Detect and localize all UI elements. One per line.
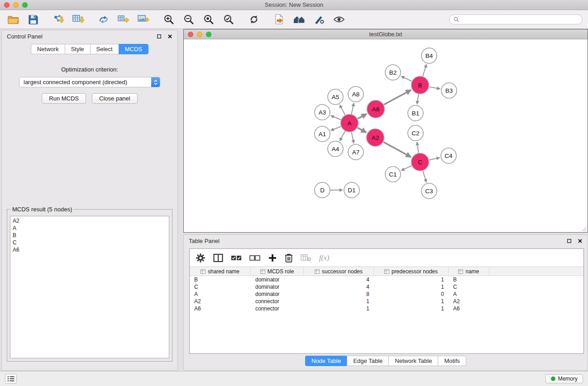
network-node[interactable]: A — [341, 114, 359, 132]
network-node[interactable]: A1 — [315, 126, 330, 142]
network-node[interactable]: B4 — [421, 48, 437, 63]
zoom-fit-button[interactable] — [201, 12, 216, 27]
import-network-button[interactable] — [51, 12, 66, 27]
network-edge[interactable] — [351, 103, 354, 114]
table-row[interactable]: Adominator80A — [190, 291, 583, 298]
mcds-result-item[interactable]: A2 — [13, 217, 167, 224]
network-minimize-button[interactable] — [197, 32, 202, 37]
network-edge[interactable] — [429, 87, 440, 89]
network-edge[interactable] — [340, 131, 345, 141]
table-row[interactable]: A6connector11A6 — [190, 305, 583, 312]
close-panel-icon[interactable] — [167, 33, 172, 39]
mcds-result-item[interactable]: B — [13, 232, 167, 239]
network-from-selection-button[interactable] — [96, 12, 111, 27]
zoom-selected-button[interactable] — [221, 12, 236, 27]
column-header-predecessor-nodes[interactable]: predecessor nodes — [374, 267, 449, 276]
network-edge[interactable] — [417, 142, 419, 153]
network-close-button[interactable] — [188, 32, 193, 37]
resize-corner-icon[interactable] — [582, 226, 587, 232]
minimize-window-button[interactable] — [13, 2, 19, 8]
network-edge[interactable] — [423, 171, 426, 182]
network-window-titlebar[interactable]: testGlobe.txt — [184, 29, 588, 39]
tab-mcds[interactable]: MCDS — [119, 44, 148, 54]
network-edge[interactable] — [358, 114, 367, 119]
memory-button[interactable]: Memory — [545, 374, 583, 383]
zoom-out-button[interactable] — [181, 12, 196, 27]
deselect-all-button[interactable] — [249, 254, 260, 262]
column-header-name[interactable]: name — [449, 267, 489, 276]
save-session-button[interactable] — [25, 12, 41, 27]
network-node[interactable]: A3 — [315, 105, 330, 120]
mcds-result-item[interactable]: A6 — [13, 246, 167, 253]
column-header-shared-name[interactable]: shared name — [190, 267, 251, 276]
network-edge[interactable] — [384, 90, 411, 105]
close-panel-button[interactable]: Close panel — [92, 93, 138, 104]
export-image-button[interactable] — [136, 12, 151, 27]
network-node[interactable]: D1 — [344, 182, 359, 198]
network-node[interactable]: B2 — [385, 65, 401, 80]
run-mcds-button[interactable]: Run MCDS — [42, 93, 86, 104]
table-row[interactable]: Bdominator41B — [190, 276, 583, 283]
mcds-result-item[interactable]: A — [13, 224, 167, 232]
network-edge[interactable] — [401, 76, 411, 81]
network-edge[interactable] — [423, 64, 426, 76]
apply-layout-button[interactable] — [246, 12, 262, 27]
tab-motifs[interactable]: Motifs — [438, 356, 466, 366]
tab-edge-table[interactable]: Edge Table — [347, 356, 388, 366]
table-row[interactable]: Cdominator41C — [190, 283, 583, 291]
network-node[interactable]: A7 — [348, 144, 363, 160]
network-zoom-button[interactable] — [206, 32, 211, 37]
mcds-result-list[interactable]: A2ABCA6 — [10, 216, 169, 358]
float-panel-icon[interactable] — [156, 33, 162, 39]
column-header-mcds-role[interactable]: MCDS role — [251, 267, 304, 276]
session-snapshot-button[interactable] — [272, 12, 287, 27]
network-node[interactable]: B3 — [441, 83, 457, 98]
table-settings-button[interactable] — [196, 253, 206, 263]
network-node[interactable]: A4 — [328, 141, 343, 157]
network-node[interactable]: C3 — [421, 183, 437, 199]
network-edge[interactable] — [383, 142, 411, 157]
select-all-button[interactable] — [231, 254, 242, 262]
network-node[interactable]: A8 — [348, 86, 363, 102]
network-edge[interactable] — [351, 132, 354, 143]
network-node[interactable]: A6 — [367, 100, 385, 118]
tab-style[interactable]: Style — [65, 44, 90, 54]
zoom-window-button[interactable] — [22, 2, 28, 8]
show-graphics-details-button[interactable] — [331, 12, 347, 27]
search-input[interactable] — [461, 16, 578, 23]
network-node[interactable]: C2 — [408, 125, 423, 141]
column-header-successor-nodes[interactable]: successor nodes — [304, 267, 374, 276]
open-session-button[interactable] — [5, 12, 21, 27]
network-edge[interactable] — [339, 105, 345, 115]
network-edge[interactable] — [331, 127, 341, 131]
tab-network-table[interactable]: Network Table — [388, 356, 438, 366]
table-row[interactable]: A2connector11A2 — [190, 298, 583, 305]
network-edge[interactable] — [331, 115, 341, 119]
export-table-button[interactable] — [116, 12, 131, 27]
home-button[interactable] — [292, 12, 307, 27]
delete-column-button[interactable] — [285, 253, 293, 263]
zoom-in-button[interactable] — [161, 12, 177, 27]
network-edge[interactable] — [417, 94, 419, 104]
style-brush-button[interactable] — [311, 12, 327, 27]
network-node[interactable]: C4 — [441, 148, 456, 163]
close-window-button[interactable] — [4, 2, 10, 8]
import-table-button[interactable] — [71, 12, 86, 27]
search-field[interactable] — [449, 14, 583, 24]
network-node[interactable]: A2 — [367, 129, 384, 147]
network-node[interactable]: C — [411, 153, 429, 171]
task-history-button[interactable] — [5, 374, 17, 384]
show-columns-button[interactable] — [213, 253, 223, 262]
add-column-button[interactable] — [268, 253, 277, 262]
mcds-result-item[interactable]: C — [13, 239, 167, 246]
window-titlebar[interactable]: Session: New Session — [0, 0, 588, 10]
network-node[interactable]: A5 — [328, 89, 343, 105]
network-edge[interactable] — [429, 157, 440, 160]
network-node[interactable]: C1 — [385, 167, 401, 182]
network-edge[interactable] — [358, 128, 367, 133]
network-node[interactable]: B1 — [408, 105, 423, 121]
tab-select[interactable]: Select — [90, 44, 119, 54]
tab-node-table[interactable]: Node Table — [305, 356, 347, 366]
tab-network[interactable]: Network — [31, 44, 65, 54]
optimization-criterion-select[interactable]: largest connected component (directed) — [19, 77, 160, 87]
